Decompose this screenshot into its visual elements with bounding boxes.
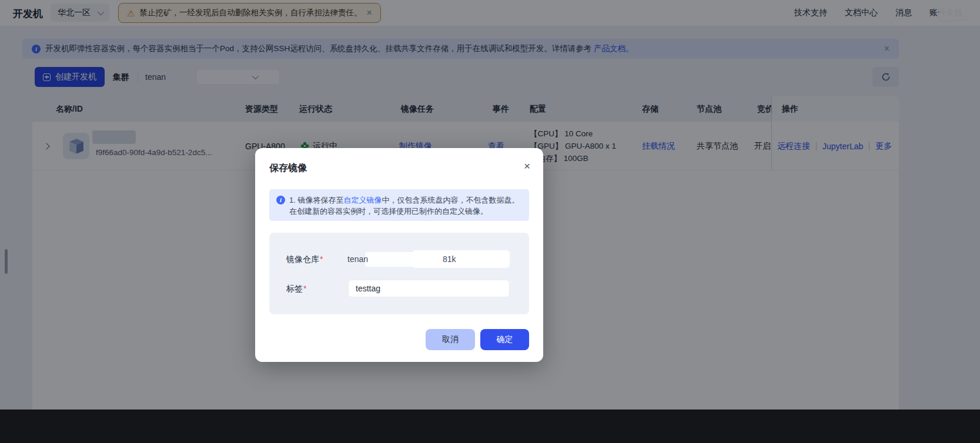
modal-title: 保存镜像 bbox=[269, 162, 307, 174]
repo-value-suffix: 81k bbox=[443, 254, 456, 264]
cancel-button[interactable]: 取消 bbox=[426, 329, 475, 350]
custom-image-link[interactable]: 自定义镜像 bbox=[343, 196, 382, 204]
modal-close-icon[interactable]: × bbox=[524, 160, 530, 173]
info-icon: i bbox=[276, 196, 285, 204]
required-asterisk: * bbox=[320, 254, 323, 264]
tag-input[interactable] bbox=[348, 280, 510, 297]
tag-label: 标签* bbox=[286, 284, 306, 294]
save-image-form: 镜像仓库* tenan 81k 标签* bbox=[269, 233, 529, 314]
repo-label: 镜像仓库* bbox=[286, 254, 323, 265]
required-asterisk: * bbox=[303, 284, 306, 293]
modal-notice-text: 1. 镜像将保存至自定义镜像中，仅包含系统盘内容，不包含数据盘。 在创建新的容器… bbox=[289, 194, 522, 216]
repo-value-prefix: tenan bbox=[347, 254, 368, 264]
confirm-button[interactable]: 确定 bbox=[480, 329, 529, 350]
save-image-modal: 保存镜像 × i 1. 镜像将保存至自定义镜像中，仅包含系统盘内容，不包含数据盘… bbox=[255, 148, 543, 362]
repo-redaction-box bbox=[412, 250, 510, 268]
modal-notice: i 1. 镜像将保存至自定义镜像中，仅包含系统盘内容，不包含数据盘。 在创建新的… bbox=[269, 189, 529, 221]
repo-redaction bbox=[365, 252, 421, 267]
